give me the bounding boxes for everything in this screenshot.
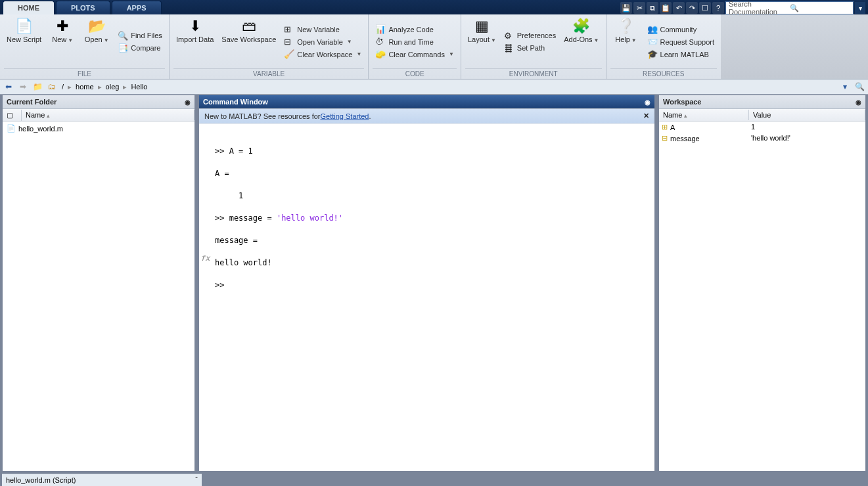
qat-switch-icon[interactable]: ☐ — [699, 2, 711, 14]
current-folder-title[interactable]: Current Folder◉ — [3, 95, 194, 109]
layout-icon: ▦ — [475, 17, 489, 35]
layout-button[interactable]: ▦Layout▼ — [465, 16, 499, 68]
crumb-root[interactable]: / — [60, 81, 65, 92]
current-folder-panel: Current Folder◉ ▢ Name ▴ 📄hello_world.m — [2, 95, 195, 472]
workspace-row[interactable]: ⊞A1 — [659, 121, 865, 133]
search-icon[interactable]: 🔍 — [790, 4, 851, 12]
clear-commands-icon: 🧽 — [375, 49, 386, 59]
group-label-variable: VARIABLE — [173, 68, 365, 79]
find-files-icon: 🔍 — [118, 31, 128, 41]
qat-copy-icon[interactable]: ⧉ — [647, 2, 658, 14]
run-time-icon: ⏱ — [375, 37, 386, 47]
qat-cut-icon[interactable]: ✂ — [633, 2, 645, 14]
qat-undo-icon[interactable]: ↶ — [673, 2, 685, 14]
command-window-title[interactable]: Command Window◉ — [199, 95, 654, 109]
ribbon-group-code: 📊Analyze Code ⏱Run and Time 🧽Clear Comma… — [369, 14, 461, 79]
open-variable-icon: ⊟ — [284, 37, 294, 47]
community-icon: 👥 — [647, 24, 658, 34]
tab-plots[interactable]: PLOTS — [56, 1, 110, 14]
tab-home[interactable]: HOME — [3, 1, 55, 14]
tabstrip: HOME PLOTS APPS 💾 ✂ ⧉ 📋 ↶ ↷ ☐ ? Search D… — [0, 0, 868, 14]
panel-menu-icon[interactable]: ◉ — [645, 99, 651, 106]
learn-matlab-button[interactable]: 🎓Learn MATLAB — [645, 48, 718, 60]
search-placeholder: Search Documentation — [729, 0, 790, 16]
import-data-button[interactable]: ⬇Import Data — [173, 16, 216, 68]
request-support-button[interactable]: 📨Request Support — [645, 35, 718, 48]
new-variable-button[interactable]: ⊞New Variable — [281, 23, 364, 35]
crumb-oleg[interactable]: oleg — [104, 81, 121, 92]
set-path-icon: 🛤 — [504, 43, 514, 53]
ribbon-group-file: 📄New Script ✚New▼ 📂Open▼ 🔍Find Files 📑Co… — [0, 14, 170, 79]
open-variable-button[interactable]: ⊟Open Variable▼ — [281, 35, 364, 48]
panel-menu-icon[interactable]: ◉ — [856, 99, 861, 106]
help-icon: ❔ — [617, 17, 635, 35]
workspace-columns: Name ▴ Value — [659, 109, 865, 121]
ribbon-group-resources: ❔Help▼ 👥Community 📨Request Support 🎓Lear… — [606, 14, 721, 79]
banner-text: New to MATLAB? See resources for — [204, 112, 320, 120]
file-item[interactable]: 📄hello_world.m — [4, 123, 193, 134]
ribbon-group-variable: ⬇Import Data 🗃Save Workspace ⊞New Variab… — [170, 14, 369, 79]
addons-icon: 🧩 — [572, 17, 590, 35]
qat-paste-icon[interactable]: 📋 — [660, 2, 672, 14]
analyze-icon: 📊 — [375, 24, 386, 34]
community-button[interactable]: 👥Community — [645, 23, 718, 35]
crumb-hello[interactable]: Hello — [129, 81, 148, 92]
banner-close-icon[interactable]: ✕ — [643, 112, 649, 120]
command-window[interactable]: >> A = 1 A = 1 >> message = 'hello world… — [199, 123, 654, 471]
nav-up-icon[interactable]: 📁 — [32, 81, 43, 93]
qat-redo-icon[interactable]: ↷ — [686, 2, 698, 14]
group-label-file: FILE — [4, 68, 165, 79]
addons-button[interactable]: 🧩Add-Ons▼ — [561, 16, 601, 68]
panel-menu-icon[interactable]: ◉ — [185, 99, 191, 106]
analyze-code-button[interactable]: 📊Analyze Code — [373, 23, 457, 35]
clear-workspace-icon: 🧹 — [284, 49, 294, 59]
minimize-ribbon-icon[interactable]: ▾ — [855, 2, 865, 14]
workspace-title[interactable]: Workspace◉ — [659, 95, 865, 109]
open-icon: 📂 — [88, 17, 106, 35]
group-label-environment: ENVIRONMENT — [465, 68, 602, 79]
address-bar: ⬅ ➡ 📁 🗂 /▸ home▸ oleg▸ Hello ▾ 🔍 — [0, 79, 868, 95]
nav-forward-icon[interactable]: ➡ — [17, 81, 29, 93]
var-char-icon: ⊟ — [662, 134, 668, 143]
browse-search-icon[interactable]: 🔍 — [854, 81, 865, 93]
save-workspace-icon: 🗃 — [242, 17, 256, 35]
clear-workspace-button[interactable]: 🧹Clear Workspace▼ — [281, 48, 364, 60]
save-workspace-button[interactable]: 🗃Save Workspace — [219, 16, 279, 68]
workspace-row[interactable]: ⊟message'hello world!' — [659, 133, 865, 144]
ribbon: 📄New Script ✚New▼ 📂Open▼ 🔍Find Files 📑Co… — [0, 14, 868, 79]
new-script-icon: 📄 — [15, 17, 33, 35]
fx-icon[interactable]: fx — [200, 254, 210, 263]
details-collapse-icon[interactable]: ˆ — [195, 476, 198, 484]
crumb-dropdown-icon[interactable]: ▾ — [839, 81, 851, 93]
m-file-icon: 📄 — [7, 124, 16, 133]
new-icon: ✚ — [57, 17, 68, 35]
compare-button[interactable]: 📑Compare — [115, 42, 165, 55]
new-variable-icon: ⊞ — [284, 24, 294, 34]
crumb-home[interactable]: home — [74, 81, 95, 92]
qat-help-icon[interactable]: ? — [712, 2, 724, 14]
preferences-button[interactable]: ⚙Preferences — [501, 30, 559, 42]
ws-col-name[interactable]: Name ▴ — [659, 110, 749, 120]
ws-col-value[interactable]: Value — [749, 110, 865, 120]
col-name[interactable]: Name ▴ — [22, 110, 194, 120]
qat-save-icon[interactable]: 💾 — [620, 2, 632, 14]
current-folder-columns: ▢ Name ▴ — [3, 109, 194, 121]
workspace-list: ⊞A1 ⊟message'hello world!' — [659, 121, 865, 471]
getting-started-link[interactable]: Getting Started — [320, 112, 369, 120]
quick-access-toolbar: 💾 ✂ ⧉ 📋 ↶ ↷ ☐ ? Search Documentation 🔍 ▾ — [620, 1, 868, 14]
find-files-button[interactable]: 🔍Find Files — [115, 30, 165, 42]
clear-commands-button[interactable]: 🧽Clear Commands▼ — [373, 48, 457, 60]
new-button[interactable]: ✚New▼ — [47, 16, 78, 68]
run-and-time-button[interactable]: ⏱Run and Time — [373, 35, 457, 48]
nav-folder-icon[interactable]: 🗂 — [46, 81, 58, 93]
open-button[interactable]: 📂Open▼ — [81, 16, 112, 68]
new-script-button[interactable]: 📄New Script — [4, 16, 44, 68]
search-documentation[interactable]: Search Documentation 🔍 — [725, 1, 854, 14]
group-label-code: CODE — [373, 68, 457, 79]
nav-back-icon[interactable]: ⬅ — [3, 81, 14, 93]
help-button[interactable]: ❔Help▼ — [610, 16, 642, 68]
tab-apps[interactable]: APPS — [112, 1, 162, 14]
col-icon[interactable]: ▢ — [3, 110, 22, 121]
set-path-button[interactable]: 🛤Set Path — [501, 42, 559, 55]
command-window-panel: Command Window◉ New to MATLAB? See resou… — [198, 95, 655, 472]
